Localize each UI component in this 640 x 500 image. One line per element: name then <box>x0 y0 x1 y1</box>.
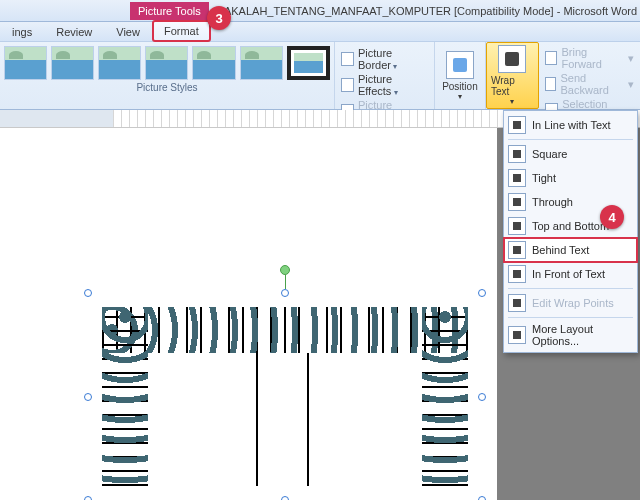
resize-handle[interactable] <box>478 393 486 401</box>
menu-square[interactable]: Square <box>504 142 637 166</box>
group-label: Picture Styles <box>0 80 334 95</box>
position-button[interactable]: Position ▾ <box>435 42 486 109</box>
selected-picture[interactable] <box>88 293 482 500</box>
bring-forward-icon <box>545 51 558 65</box>
position-icon <box>446 51 474 79</box>
edit-points-icon <box>508 294 526 312</box>
through-icon <box>508 193 526 211</box>
more-layout-icon <box>508 326 526 344</box>
position-label: Position <box>442 81 478 92</box>
picture-border-button[interactable]: Picture Border <box>341 46 428 72</box>
wrap-text-label: Wrap Text <box>491 75 534 97</box>
menu-behind-text[interactable]: Behind Text <box>504 238 637 262</box>
menu-more-layout[interactable]: More Layout Options... <box>504 320 637 350</box>
style-thumb[interactable] <box>98 46 141 80</box>
style-thumb[interactable] <box>51 46 94 80</box>
square-icon <box>508 145 526 163</box>
style-thumb[interactable] <box>145 46 188 80</box>
resize-handle[interactable] <box>281 496 289 500</box>
annotation-3: 3 <box>207 6 231 30</box>
style-thumb[interactable] <box>4 46 47 80</box>
effects-icon <box>341 78 354 92</box>
group-picture-adjust: Picture Border Picture Effects Picture L… <box>335 42 435 109</box>
wrap-text-menu: In Line with Text Square Tight Through T… <box>503 110 638 353</box>
resize-handle[interactable] <box>478 289 486 297</box>
tab-format[interactable]: Format <box>152 20 211 42</box>
menu-edit-wrap-points: Edit Wrap Points <box>504 291 637 315</box>
style-thumb[interactable] <box>287 46 330 80</box>
resize-handle[interactable] <box>84 393 92 401</box>
inline-icon <box>508 116 526 134</box>
behind-icon <box>508 241 526 259</box>
send-backward-button[interactable]: Send Backward ▾ <box>545 71 634 97</box>
tight-icon <box>508 169 526 187</box>
tab-review[interactable]: Review <box>44 22 104 41</box>
menu-tight[interactable]: Tight <box>504 166 637 190</box>
contextual-tab-label: Picture Tools <box>130 2 209 20</box>
resize-handle[interactable] <box>478 496 486 500</box>
wrap-text-button[interactable]: Wrap Text ▾ <box>486 42 539 109</box>
style-gallery[interactable] <box>0 42 334 80</box>
rotate-handle[interactable] <box>280 265 290 275</box>
ribbon-tabs: ings Review View Format <box>0 22 640 42</box>
menu-inline[interactable]: In Line with Text <box>504 113 637 137</box>
wrap-text-icon <box>498 45 526 73</box>
picture-content <box>94 299 476 494</box>
picture-effects-button[interactable]: Picture Effects <box>341 72 428 98</box>
resize-handle[interactable] <box>84 496 92 500</box>
resize-handle[interactable] <box>281 289 289 297</box>
style-thumb[interactable] <box>240 46 283 80</box>
ribbon: Picture Styles Picture Border Picture Ef… <box>0 42 640 110</box>
resize-handle[interactable] <box>84 289 92 297</box>
top-bottom-icon <box>508 217 526 235</box>
group-picture-styles: Picture Styles <box>0 42 335 109</box>
border-icon <box>341 52 354 66</box>
front-icon <box>508 265 526 283</box>
menu-in-front[interactable]: In Front of Text <box>504 262 637 286</box>
window-title: MAKALAH_TENTANG_MANFAAT_KOMPUTER [Compat… <box>215 5 637 17</box>
bring-forward-button[interactable]: Bring Forward ▾ <box>545 45 634 71</box>
send-backward-icon <box>545 77 557 91</box>
group-arrange: Bring Forward ▾ Send Backward ▾ Selectio… <box>539 42 640 109</box>
tab-mailings[interactable]: ings <box>0 22 44 41</box>
annotation-4: 4 <box>600 205 624 229</box>
tab-view[interactable]: View <box>104 22 152 41</box>
title-bar: Picture Tools MAKALAH_TENTANG_MANFAAT_KO… <box>0 0 640 22</box>
style-thumb[interactable] <box>192 46 235 80</box>
